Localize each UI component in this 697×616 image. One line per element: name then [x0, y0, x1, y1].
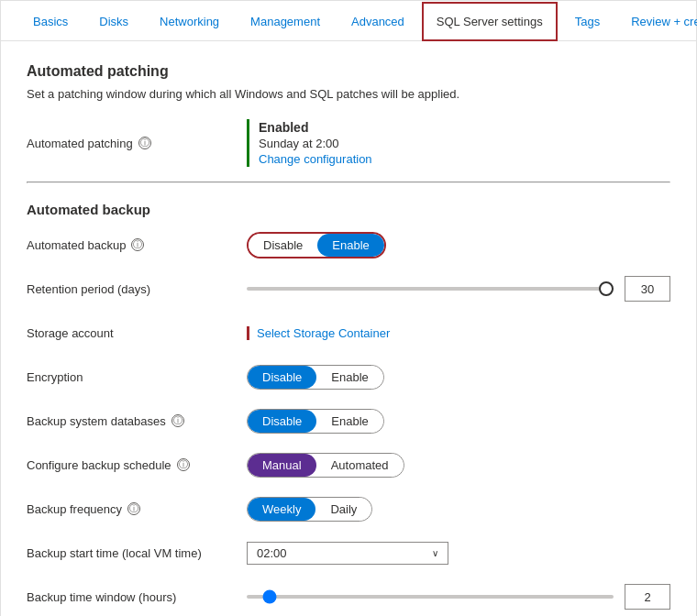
tab-disks[interactable]: Disks — [85, 3, 142, 40]
tab-tags[interactable]: Tags — [561, 3, 614, 40]
backup-toggle-label: Automated backup ⓘ — [27, 238, 247, 252]
backup-sys-toggle-group: Disable Enable — [247, 409, 384, 434]
backup-sys-info-icon[interactable]: ⓘ — [171, 414, 184, 427]
storage-select-link[interactable]: Select Storage Container — [257, 326, 390, 340]
backup-toggle-row: Automated backup ⓘ Disable Enable — [27, 230, 670, 259]
retention-slider-row: 30 — [247, 276, 670, 302]
patching-label: Automated patching ⓘ — [27, 137, 247, 150]
tab-sql-server-settings[interactable]: SQL Server settings — [422, 2, 558, 41]
frequency-value: Weekly Daily — [247, 497, 670, 522]
time-window-slider-container — [247, 588, 614, 606]
configure-automated-btn[interactable]: Automated — [316, 454, 404, 477]
backup-enable-btn[interactable]: Enable — [317, 234, 383, 257]
patching-section-desc: Set a patching window during which all W… — [27, 87, 670, 101]
backup-sys-disable-btn[interactable]: Disable — [248, 410, 316, 433]
time-window-slider[interactable] — [247, 595, 614, 599]
patching-row: Automated patching ⓘ Enabled Sunday at 2… — [27, 119, 670, 167]
encryption-enable-btn[interactable]: Enable — [316, 366, 382, 389]
start-time-label: Backup start time (local VM time) — [27, 546, 247, 560]
configure-manual-btn[interactable]: Manual — [248, 454, 316, 477]
retention-row: Retention period (days) 30 — [27, 274, 670, 303]
time-window-label: Backup time window (hours) — [27, 590, 247, 604]
patching-status-time: Sunday at 2:00 — [259, 137, 372, 150]
tab-management[interactable]: Management — [237, 3, 334, 40]
storage-value: Select Storage Container — [247, 326, 670, 340]
storage-link-wrapper: Select Storage Container — [247, 326, 390, 340]
dropdown-chevron-icon: ∨ — [432, 548, 438, 558]
tab-advanced[interactable]: Advanced — [337, 3, 418, 40]
patching-section-title: Automated patching — [27, 63, 670, 80]
configure-label: Configure backup schedule ⓘ — [27, 458, 247, 472]
encryption-row: Encryption Disable Enable — [27, 362, 670, 391]
retention-slider-container — [247, 280, 614, 298]
start-time-row: Backup start time (local VM time) 02:00 … — [27, 538, 670, 567]
configure-info-icon[interactable]: ⓘ — [177, 458, 190, 471]
backup-toggle-value: Disable Enable — [247, 232, 670, 258]
backup-section-title: Automated backup — [27, 202, 670, 217]
start-time-value: 02:00 ∨ — [247, 542, 670, 565]
patching-status-enabled: Enabled — [259, 120, 372, 135]
patching-value: Enabled Sunday at 2:00 Change configurat… — [247, 119, 670, 167]
backup-toggle-group: Disable Enable — [247, 232, 386, 258]
backup-sys-row: Backup system databases ⓘ Disable Enable — [27, 406, 670, 435]
time-window-row: Backup time window (hours) 2 — [27, 582, 670, 611]
frequency-toggle-group: Weekly Daily — [247, 497, 372, 522]
automated-backup-section: Automated backup Automated backup ⓘ Disa… — [27, 202, 670, 616]
configure-row: Configure backup schedule ⓘ Manual Autom… — [27, 450, 670, 479]
backup-sys-enable-btn[interactable]: Enable — [316, 410, 382, 433]
backup-info-icon[interactable]: ⓘ — [131, 238, 144, 251]
backup-sys-value: Disable Enable — [247, 409, 670, 434]
start-time-selected: 02:00 — [257, 546, 287, 560]
configure-value: Manual Automated — [247, 453, 670, 478]
backup-sys-label: Backup system databases ⓘ — [27, 414, 247, 428]
tab-networking[interactable]: Networking — [146, 3, 233, 40]
time-window-value: 2 — [247, 584, 670, 610]
patching-status: Enabled Sunday at 2:00 Change configurat… — [259, 120, 372, 166]
encryption-toggle-group: Disable Enable — [247, 365, 384, 390]
frequency-label: Backup frequency ⓘ — [27, 502, 247, 516]
tab-basics[interactable]: Basics — [19, 3, 82, 40]
encryption-value: Disable Enable — [247, 365, 670, 390]
backup-disable-btn[interactable]: Disable — [249, 234, 317, 257]
storage-label: Storage account — [27, 326, 247, 340]
automated-patching-section: Automated patching Set a patching window… — [27, 63, 670, 167]
patching-change-link[interactable]: Change configuration — [259, 152, 372, 166]
tab-review-create[interactable]: Review + create — [617, 3, 697, 40]
time-window-value-box: 2 — [625, 584, 670, 610]
patching-info-icon[interactable]: ⓘ — [138, 137, 151, 149]
frequency-info-icon[interactable]: ⓘ — [127, 502, 140, 515]
frequency-row: Backup frequency ⓘ Weekly Daily — [27, 494, 670, 523]
encryption-label: Encryption — [27, 370, 247, 384]
patching-green-bar — [247, 119, 249, 167]
retention-slider[interactable] — [247, 287, 614, 291]
configure-toggle-group: Manual Automated — [247, 453, 404, 478]
storage-row: Storage account Select Storage Container — [27, 318, 670, 347]
retention-label: Retention period (days) — [27, 282, 247, 296]
section-divider — [27, 182, 670, 183]
frequency-daily-btn[interactable]: Daily — [315, 498, 371, 521]
main-container: Basics Disks Networking Management Advan… — [0, 0, 697, 616]
encryption-disable-btn[interactable]: Disable — [248, 366, 316, 389]
retention-value: 30 — [247, 276, 670, 302]
time-window-slider-row: 2 — [247, 584, 670, 610]
retention-value-box: 30 — [625, 276, 670, 302]
frequency-weekly-btn[interactable]: Weekly — [248, 498, 315, 521]
nav-tabs: Basics Disks Networking Management Advan… — [1, 1, 696, 41]
main-content: Automated patching Set a patching window… — [1, 41, 696, 616]
start-time-dropdown[interactable]: 02:00 ∨ — [247, 542, 448, 565]
